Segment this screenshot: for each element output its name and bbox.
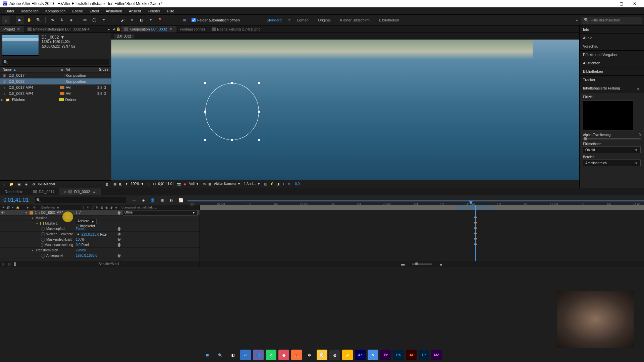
pickwhip-icon[interactable]: @: [117, 243, 121, 247]
mask-toggle[interactable]: 👁: [125, 182, 128, 186]
quality-switch-icon[interactable]: ╱: [91, 205, 95, 209]
motionblur-switch-icon[interactable]: ◐: [105, 205, 109, 209]
menu-animation[interactable]: Animation: [102, 8, 125, 14]
caf-alpha-value[interactable]: 0: [639, 133, 641, 137]
footage-viewer-tab[interactable]: Footage (ohne): [176, 26, 208, 32]
menu-bearbeiten[interactable]: Bearbeiten: [17, 8, 42, 14]
solo-toggle-icon[interactable]: ●: [11, 205, 15, 209]
col-name[interactable]: Name▲: [1, 68, 58, 71]
fast-preview-button[interactable]: ⚡: [270, 182, 274, 186]
mask-outline[interactable]: [205, 83, 259, 140]
channel-button[interactable]: ◉: [183, 182, 186, 186]
comp-crumb[interactable]: DJI_0032: [114, 34, 134, 39]
timeline-button[interactable]: ◨: [276, 182, 279, 186]
panel-libraries[interactable]: Bibliotheken: [580, 67, 644, 76]
stopwatch-icon[interactable]: [41, 232, 45, 236]
toggle-inout-button[interactable]: {}: [12, 261, 18, 267]
mask-color-swatch[interactable]: [40, 222, 44, 225]
video-toggle-icon[interactable]: 👁: [1, 205, 5, 209]
notes-icon[interactable]: 📝: [317, 350, 327, 360]
project-item[interactable]: ▣ DJI_0017 Komposition: [0, 72, 111, 78]
work-area-bar[interactable]: [187, 200, 644, 201]
toggle-switches-button[interactable]: ⊞: [0, 261, 6, 267]
mask-mode-select[interactable]: Addiere▾: [76, 219, 97, 224]
project-item[interactable]: ▸ DJI_0032.MP4 AVI 3,5 G: [0, 90, 111, 97]
project-item[interactable]: ▣ DJI_0032 Komposition: [0, 78, 111, 84]
collapse-switch-icon[interactable]: ✳: [86, 205, 90, 209]
layer-name[interactable]: DJI_0032.MP4: [41, 211, 63, 215]
viewer-nav-back-icon[interactable]: ◂: [111, 27, 116, 32]
shy-button[interactable]: 👤: [149, 196, 156, 204]
zoom-in-icon[interactable]: ▲: [439, 262, 443, 266]
project-item[interactable]: ▸ 📁 Flächen Ordner: [0, 97, 111, 103]
camera-dropdown[interactable]: Aktive Kamera ▾: [214, 182, 241, 186]
twirl-icon[interactable]: ▾: [25, 211, 29, 215]
zoom-tool[interactable]: 🔍: [35, 16, 43, 24]
adjustment-switch-icon[interactable]: ◑: [109, 205, 113, 209]
twirl-icon[interactable]: ▾: [32, 248, 35, 252]
draft3d-button[interactable]: ◈: [140, 196, 147, 204]
type-tool[interactable]: T: [109, 16, 117, 24]
search-button[interactable]: 🔍: [215, 350, 225, 360]
timeline-tab-0017[interactable]: DJI_0017: [28, 189, 59, 195]
interpret-footage-button[interactable]: ☰: [1, 182, 7, 187]
task-view-button[interactable]: ◧: [227, 350, 238, 360]
whatsapp-icon[interactable]: ✆: [266, 350, 276, 360]
caf-alpha-slider[interactable]: [583, 138, 641, 139]
panel-align[interactable]: Ausrichten: [580, 59, 644, 67]
property-mask-opacity[interactable]: Maskendeckkraft 100% @: [0, 237, 200, 242]
roi-button[interactable]: ▭: [203, 182, 206, 186]
pickwhip-icon[interactable]: @: [117, 227, 121, 231]
zoom-out-icon[interactable]: ▬: [400, 262, 405, 266]
start-button[interactable]: ⊞: [202, 350, 213, 360]
app-icon[interactable]: ◉: [278, 350, 289, 360]
caf-method-select[interactable]: Objekt▾: [583, 146, 641, 153]
stopwatch-icon[interactable]: [41, 243, 43, 247]
comp-viewer-tab[interactable]: Komposition DJI_0032 ≡: [121, 26, 176, 33]
label-swatch[interactable]: [60, 92, 64, 95]
pickwhip-icon[interactable]: @: [117, 237, 121, 242]
after-effects-icon[interactable]: Ae: [355, 350, 366, 360]
label-swatch[interactable]: [59, 98, 64, 101]
orbit-tool[interactable]: ⟲: [48, 16, 56, 24]
layer-label-swatch[interactable]: [30, 211, 33, 215]
motion-blur-button[interactable]: ◐: [168, 196, 175, 204]
timeline-tab-0032[interactable]: × DJI_0032 ≡: [59, 188, 102, 195]
col-source-name[interactable]: Quellenname: [40, 206, 80, 209]
timeline-search[interactable]: 🔍: [34, 197, 127, 203]
guides-button[interactable]: ⊟: [153, 182, 156, 186]
switches-modes-label[interactable]: Schalter/Modi: [18, 262, 200, 266]
app-icon[interactable]: ✎: [368, 350, 378, 360]
photoshop-icon[interactable]: Ps: [393, 350, 404, 360]
toggle-modes-button[interactable]: ⊟: [6, 261, 12, 267]
caf-range-select[interactable]: Arbeitsbereich▾: [583, 160, 641, 166]
resolution-button[interactable]: ◧: [119, 182, 122, 186]
property-group-transform[interactable]: ▾Transformieren Zurück: [0, 248, 200, 253]
keyframe-marker[interactable]: [474, 243, 477, 246]
trash-button[interactable]: 🗑: [104, 182, 110, 187]
mask-handle[interactable]: [231, 139, 233, 141]
roto-tool[interactable]: ✦: [147, 16, 155, 24]
pixel-aspect-button[interactable]: ▥: [264, 182, 267, 186]
eraser-tool[interactable]: ◧: [137, 16, 145, 24]
transform-reset[interactable]: Zurück: [76, 248, 86, 252]
property-mask-path[interactable]: Maskenpfad Form... @: [0, 226, 200, 232]
mask-handle[interactable]: [258, 139, 260, 141]
timeline-zoom-slider[interactable]: [412, 263, 432, 265]
menu-effekt[interactable]: Effekt: [86, 8, 102, 14]
workspace-standard[interactable]: Standard: [263, 17, 286, 23]
close-button[interactable]: ✕: [628, 0, 641, 7]
property-anchor-point[interactable]: Ankerpunkt 1920,0,1080,0 @: [0, 253, 200, 258]
render-queue-tab[interactable]: Renderliste: [0, 189, 28, 195]
maximize-button[interactable]: ▢: [614, 0, 628, 7]
panel-overflow-icon[interactable]: »: [106, 27, 111, 32]
pickwhip-icon[interactable]: @: [117, 253, 121, 258]
autofields-checkbox[interactable]: Felder automatisch öffnen: [192, 18, 240, 22]
alpha-button[interactable]: ▦: [113, 182, 116, 186]
shy-switch[interactable]: ⤵: [76, 211, 77, 215]
help-search[interactable]: 🔍 Hilfe durchsuchen: [582, 17, 642, 23]
layer-viewer-tab[interactable]: Ebene Füllung [17-81].png: [208, 26, 264, 32]
timeline-track-area[interactable]: ▬ ▲: [200, 205, 644, 267]
workspace-lernen[interactable]: Lernen: [293, 17, 313, 23]
illustrator-icon[interactable]: Ai: [406, 350, 417, 360]
